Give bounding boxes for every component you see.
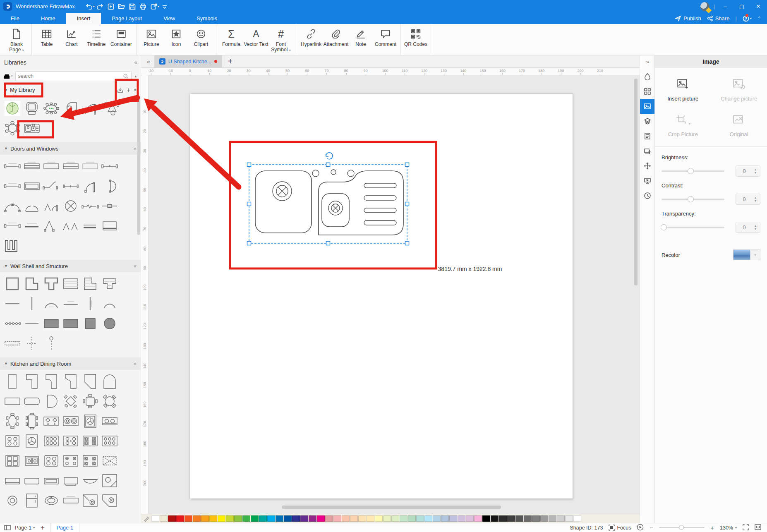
- color-swatch[interactable]: [259, 515, 267, 522]
- shape-thumb-win-box[interactable]: [100, 216, 119, 236]
- shape-thumb-table-square[interactable]: [80, 391, 100, 411]
- contrast-slider[interactable]: [662, 199, 724, 200]
- shape-thumb-cooktop-grid[interactable]: [41, 431, 61, 451]
- color-swatch[interactable]: [466, 515, 474, 522]
- color-swatch[interactable]: [251, 515, 259, 522]
- shape-thumb-tree[interactable]: [2, 98, 22, 118]
- brightness-value-input[interactable]: 0▲▼: [736, 165, 760, 177]
- shape-thumb-line-h[interactable]: [2, 294, 22, 314]
- shape-thumb-win-peak2[interactable]: [61, 216, 80, 236]
- color-swatch[interactable]: [532, 515, 540, 522]
- shape-thumb-win-rect3[interactable]: [22, 156, 41, 176]
- color-swatch[interactable]: [358, 515, 366, 522]
- expand-strip-icon[interactable]: »: [646, 59, 648, 65]
- shape-thumb-chain-line[interactable]: [2, 314, 22, 333]
- replace-picture-icon[interactable]: [640, 144, 655, 158]
- shape-thumb-win-thin[interactable]: [61, 176, 80, 196]
- color-swatch[interactable]: [185, 515, 192, 522]
- open-icon[interactable]: [116, 2, 127, 11]
- color-swatch[interactable]: [292, 515, 300, 522]
- shape-thumb-table-oval-v[interactable]: [2, 411, 22, 431]
- shape-thumb-counter-l-round[interactable]: [41, 371, 61, 391]
- section-header-kitchen-and-dining-room[interactable]: ▼Kitchen and Dining Room×: [0, 357, 141, 370]
- spinner-arrows-icon[interactable]: ▲▼: [753, 196, 760, 203]
- shape-thumb-cooktop-2x2[interactable]: [2, 431, 22, 451]
- redo-icon[interactable]: [95, 2, 105, 11]
- color-swatch[interactable]: [176, 515, 184, 522]
- shape-thumb-wall-u[interactable]: [2, 236, 22, 256]
- color-swatch[interactable]: [449, 515, 457, 522]
- document-tab[interactable]: U Shaped Kitche...: [154, 55, 222, 68]
- color-swatch[interactable]: [474, 515, 482, 522]
- color-swatch[interactable]: [400, 515, 407, 522]
- color-swatch[interactable]: [491, 515, 499, 522]
- spinner-arrows-icon[interactable]: ▲▼: [753, 168, 760, 175]
- color-swatch[interactable]: [482, 515, 490, 522]
- close-section-icon[interactable]: ×: [133, 361, 137, 367]
- shape-thumb-wall-square[interactable]: [2, 274, 22, 294]
- add-library-icon[interactable]: +: [127, 87, 130, 93]
- focus-button[interactable]: Focus: [609, 525, 631, 531]
- print-icon[interactable]: [138, 2, 149, 11]
- import-library-icon[interactable]: [117, 87, 123, 93]
- color-swatch[interactable]: [267, 515, 275, 522]
- vertical-scrollbar[interactable]: [634, 79, 638, 285]
- shape-thumb-counter-low[interactable]: [2, 471, 22, 491]
- presentation-icon[interactable]: [640, 173, 655, 188]
- outline-icon[interactable]: [640, 129, 655, 144]
- shape-thumb-counter-l[interactable]: [22, 371, 41, 391]
- color-swatch[interactable]: [507, 515, 515, 522]
- shape-thumb-win-peak[interactable]: [41, 216, 61, 236]
- fullscreen-button[interactable]: [743, 524, 749, 532]
- shape-thumb-dash-rect[interactable]: [2, 333, 22, 353]
- shape-thumb-line-v2[interactable]: [80, 294, 100, 314]
- color-swatch[interactable]: [309, 515, 316, 522]
- shape-thumb-cooktop-2x3[interactable]: [100, 431, 119, 451]
- shape-thumb-door-fold[interactable]: [41, 196, 61, 216]
- insert-picture-button[interactable]: Insert picture: [655, 79, 711, 102]
- shape-thumb-cooktop-4sq[interactable]: [2, 451, 22, 471]
- recolor-dropdown-icon[interactable]: ▼: [750, 249, 760, 260]
- color-swatch[interactable]: [168, 515, 176, 522]
- page-panel-icon[interactable]: [4, 525, 11, 530]
- shape-thumb-counter-wide[interactable]: [2, 391, 22, 411]
- ribbon-timeline-button[interactable]: Timeline: [84, 24, 109, 55]
- menu-symbols[interactable]: Symbols: [186, 13, 228, 24]
- transparency-slider[interactable]: [662, 227, 724, 228]
- shape-thumb-win-line[interactable]: [2, 216, 22, 236]
- shape-thumb-gray-rect[interactable]: [61, 314, 80, 333]
- shape-thumb-double-sink[interactable]: [22, 118, 41, 138]
- contrast-value-input[interactable]: 0▲▼: [736, 194, 760, 205]
- my-library-header[interactable]: ▼ My Library + ×: [0, 83, 141, 97]
- menu-view[interactable]: View: [153, 13, 186, 24]
- minimize-button[interactable]: –: [719, 2, 731, 12]
- collapse-ribbon-button[interactable]: ⌃: [757, 16, 761, 21]
- share-button[interactable]: Share: [707, 15, 730, 22]
- menu-home[interactable]: Home: [30, 13, 66, 24]
- shape-thumb-sink-x[interactable]: [100, 451, 119, 471]
- shape-thumb-oval-sink[interactable]: [41, 491, 61, 510]
- color-swatch[interactable]: [160, 515, 168, 522]
- ribbon-vector-text-button[interactable]: AVector Text: [244, 24, 268, 55]
- ribbon-hyperlink-button[interactable]: Hyperlink: [299, 24, 324, 55]
- tab-scroll-left-icon[interactable]: «: [141, 58, 154, 65]
- shape-thumb-dining-table-oval[interactable]: [41, 98, 61, 118]
- color-swatch[interactable]: [151, 515, 159, 522]
- shape-thumb-table-diamond[interactable]: [61, 391, 80, 411]
- ribbon-chart-button[interactable]: Chart: [59, 24, 84, 55]
- shape-thumb-cooktop-6[interactable]: [80, 431, 100, 451]
- shape-thumb-wall-hatch-l[interactable]: [80, 274, 100, 294]
- close-button[interactable]: ✕: [752, 2, 765, 12]
- color-swatch[interactable]: [201, 515, 209, 522]
- color-swatch[interactable]: [193, 515, 201, 522]
- collapse-panel-icon[interactable]: «: [134, 59, 137, 65]
- color-swatch[interactable]: [234, 515, 242, 522]
- color-swatch[interactable]: [367, 515, 374, 522]
- color-swatch[interactable]: [433, 515, 441, 522]
- slider-thumb[interactable]: [661, 224, 667, 230]
- add-page-button[interactable]: +: [39, 524, 46, 532]
- shape-thumb-door-half[interactable]: [100, 176, 119, 196]
- color-swatch[interactable]: [416, 515, 424, 522]
- shape-thumb-win-hinge[interactable]: [41, 176, 61, 196]
- shape-thumb-door-double2[interactable]: [22, 196, 41, 216]
